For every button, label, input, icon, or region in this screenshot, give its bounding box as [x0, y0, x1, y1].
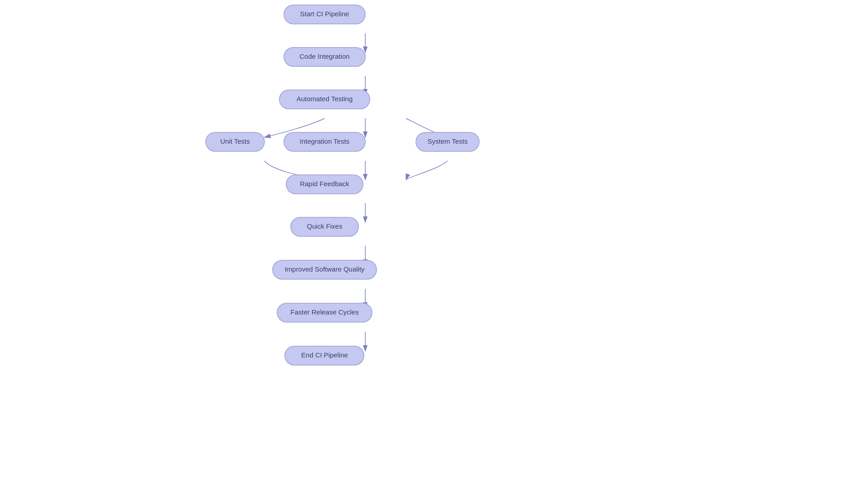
node-quick-fixes-label: Quick Fixes [307, 222, 342, 230]
node-end-label: End CI Pipeline [301, 351, 348, 359]
arrow-system-to-rapid [406, 161, 448, 180]
node-rapid-feedback-label: Rapid Feedback [300, 180, 349, 188]
node-automated-testing-label: Automated Testing [297, 95, 353, 103]
node-code-integration-label: Code Integration [300, 52, 350, 60]
node-system-tests-label: System Tests [428, 137, 468, 145]
node-integration-tests-label: Integration Tests [300, 137, 349, 145]
node-start-label: Start CI Pipeline [300, 10, 349, 18]
diagram-container: Start CI Pipeline Code Integration Autom… [0, 0, 868, 488]
node-improved-quality-label: Improved Software Quality [285, 265, 365, 273]
node-unit-tests-label: Unit Tests [220, 137, 250, 145]
node-faster-release-label: Faster Release Cycles [291, 308, 359, 316]
